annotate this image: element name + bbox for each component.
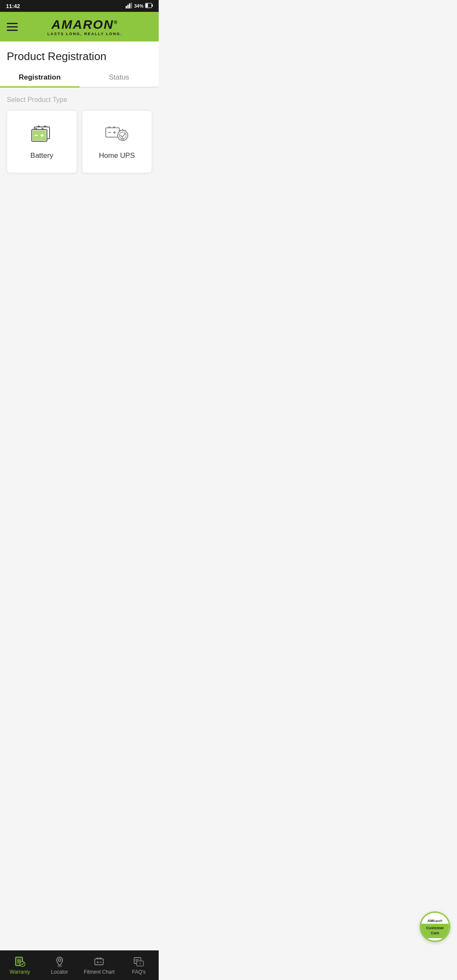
home-ups-icon bbox=[104, 124, 129, 145]
main-content: Select Product Type bbox=[0, 88, 159, 182]
home-ups-label: Home UPS bbox=[99, 151, 135, 160]
svg-rect-18 bbox=[108, 127, 110, 128]
svg-point-29 bbox=[125, 130, 126, 131]
svg-rect-11 bbox=[35, 128, 37, 130]
svg-rect-8 bbox=[38, 126, 40, 127]
page-title: Product Registration bbox=[0, 41, 159, 63]
svg-rect-5 bbox=[146, 4, 148, 8]
battery-text: 34% bbox=[134, 3, 143, 8]
battery-label: Battery bbox=[30, 151, 53, 160]
svg-point-28 bbox=[122, 129, 124, 130]
svg-rect-2 bbox=[129, 3, 130, 8]
logo-text: AMARON® bbox=[52, 17, 118, 32]
tab-status[interactable]: Status bbox=[80, 68, 159, 87]
app-header: AMARON® LASTS LONG, REALLY LONG. bbox=[0, 12, 159, 41]
product-grid: Battery bbox=[7, 110, 152, 173]
signal-icon bbox=[126, 3, 132, 9]
svg-point-27 bbox=[120, 130, 121, 131]
tabs-container: Registration Status bbox=[0, 68, 159, 88]
status-time: 11:42 bbox=[6, 3, 20, 9]
svg-rect-1 bbox=[127, 5, 129, 8]
status-icons: 34% bbox=[126, 3, 153, 9]
logo-tagline: LASTS LONG, REALLY LONG. bbox=[47, 32, 122, 36]
app-logo: AMARON® LASTS LONG, REALLY LONG. bbox=[18, 17, 152, 36]
svg-rect-6 bbox=[152, 4, 153, 7]
product-card-battery[interactable]: Battery bbox=[7, 110, 77, 173]
svg-rect-19 bbox=[113, 127, 115, 128]
svg-rect-0 bbox=[126, 6, 127, 8]
battery-icon bbox=[29, 124, 55, 145]
section-label: Select Product Type bbox=[7, 96, 152, 104]
product-card-home-ups[interactable]: Home UPS bbox=[82, 110, 152, 173]
battery-icon bbox=[145, 3, 153, 9]
status-bar: 11:42 34% bbox=[0, 0, 159, 12]
svg-rect-3 bbox=[131, 3, 132, 8]
svg-rect-12 bbox=[41, 128, 44, 130]
hamburger-menu[interactable] bbox=[7, 23, 18, 31]
tab-registration[interactable]: Registration bbox=[0, 68, 80, 87]
svg-rect-9 bbox=[44, 126, 46, 127]
